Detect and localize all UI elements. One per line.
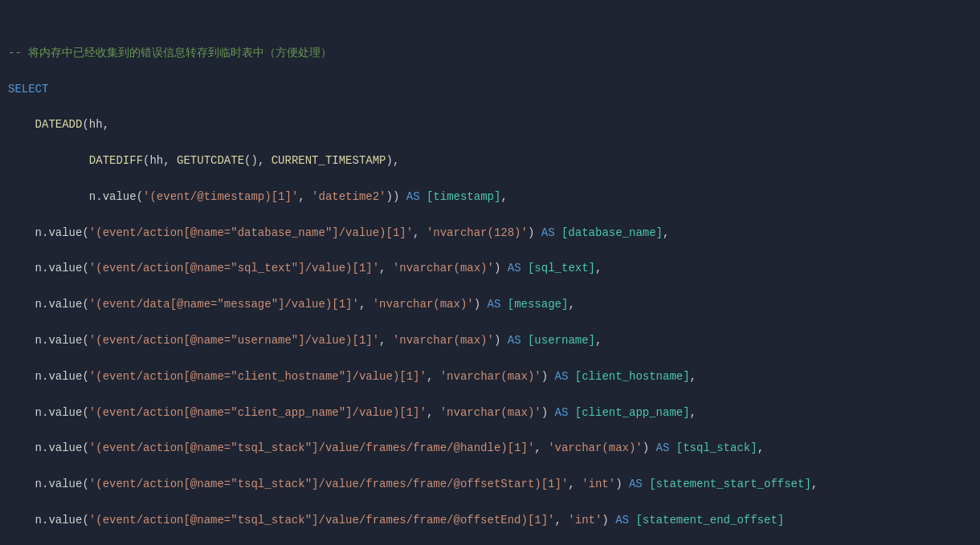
func-getutcdate: GETUTCDATE <box>177 154 244 167</box>
code-line-5: n.value('(event/@timestamp)[1]', 'dateti… <box>0 188 980 205</box>
code-line-8: n.value('(event/data[@name="message"]/va… <box>0 295 980 313</box>
keyword-select: SELECT <box>8 83 48 96</box>
code-editor: -- 将内存中已经收集到的错误信息转存到临时表中（方便处理） SELECT DA… <box>0 0 980 545</box>
code-line-12: n.value('(event/action[@name="tsql_stack… <box>0 439 980 457</box>
code-line-3: DATEADD(hh, <box>0 116 980 133</box>
func-datediff: DATEDIFF <box>89 154 143 167</box>
string-timestamp: '(event/@timestamp)[1]' <box>143 190 298 203</box>
code-line-4: DATEDIFF(hh, GETUTCDATE(), CURRENT_TIMES… <box>0 152 980 169</box>
code-line-7: n.value('(event/action[@name="sql_text"]… <box>0 259 980 277</box>
code-line-6: n.value('(event/action[@name="database_n… <box>0 224 980 242</box>
comment-text: -- 将内存中已经收集到的错误信息转存到临时表中（方便处理） <box>8 47 332 59</box>
code-line-9: n.value('(event/action[@name="username"]… <box>0 331 980 349</box>
func-dateadd: DATEADD <box>35 118 83 131</box>
code-line-11: n.value('(event/action[@name="client_app… <box>0 404 980 421</box>
code-line-10: n.value('(event/action[@name="client_hos… <box>0 368 980 385</box>
code-line-2: SELECT <box>0 80 980 98</box>
code-line-1: -- 将内存中已经收集到的错误信息转存到临时表中（方便处理） <box>0 44 980 62</box>
code-line-13: n.value('(event/action[@name="tsql_stack… <box>0 475 980 493</box>
func-current-timestamp: CURRENT_TIMESTAMP <box>272 154 386 167</box>
string-datetime2: 'datetime2' <box>312 190 386 203</box>
code-line-14: n.value('(event/action[@name="tsql_stack… <box>0 511 980 529</box>
